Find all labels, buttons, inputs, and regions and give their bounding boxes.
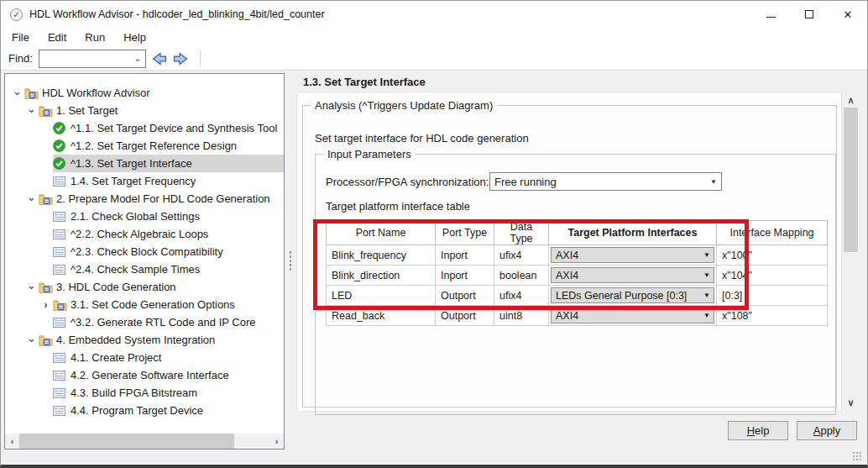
menu-help[interactable]: Help [114,29,155,46]
task-icon [53,318,69,328]
tree-item-set-code-generation-options[interactable]: › 3.1. Set Code Generation Options [5,296,284,313]
find-input[interactable] [39,51,130,66]
tree-item-prepare-model[interactable]: ⌄ 2. Prepare Model For HDL Code Generati… [5,190,284,208]
chevron-right-icon[interactable]: › [39,299,53,311]
interface-mapping-cell: x"100" [717,250,827,261]
chevron-down-icon[interactable]: ⌄ [24,103,39,115]
processor-fpga-sync-dropdown[interactable]: Free running ▼ [489,172,722,191]
find-combobox[interactable]: ⌄ [39,50,146,68]
tree-item-label: ^2.2. Check Algebraic Loops [69,228,212,240]
interface-dropdown[interactable]: AXI4▼ [551,247,714,263]
chevron-down-icon[interactable]: ⌄ [24,332,39,344]
scrollbar-track[interactable] [19,434,269,449]
folder-icon [39,193,55,205]
tree-item-hdl-workflow-advisor[interactable]: ⌄ HDL Workflow Advisor [5,84,284,102]
task-icon [53,353,69,363]
interface-dropdown[interactable]: AXI4▼ [551,308,714,323]
splitter-grip-icon [289,250,292,272]
task-icon [53,247,69,257]
tree-item-set-target-reference-design[interactable]: ^1.2. Set Target Reference Design [5,137,284,155]
app-icon: ✓ [10,8,23,21]
tree-item-embedded-system-integration[interactable]: ⌄ 4. Embedded System Integration [5,331,284,349]
tree-item-label: 2. Prepare Model For HDL Code Generation [55,192,274,205]
scrollbar-track[interactable] [844,108,858,396]
scroll-left-icon[interactable]: ‹ [5,434,19,449]
help-button[interactable]: Help [728,421,788,440]
chevron-down-icon[interactable]: ▼ [706,178,721,186]
chevron-down-icon[interactable]: ▼ [700,251,714,259]
dropdown-value: LEDs General Purpose [0:3] [552,290,700,302]
passed-check-icon [53,139,69,152]
minimize-button[interactable] [751,1,790,28]
tree-item-set-target-frequency[interactable]: 1.4. Set Target Frequency [5,172,284,190]
tree-item-generate-rtl-code[interactable]: ^3.2. Generate RTL Code and IP Core [5,313,284,331]
tree-item-check-global-settings[interactable]: 2.1. Check Global Settings [5,208,284,225]
port-type-cell: Outport [436,310,494,322]
content-vertical-scrollbar[interactable]: ∧ ∨ [844,93,858,410]
panel-splitter[interactable] [285,73,296,450]
back-arrow-icon [150,52,167,66]
data-type-cell: ufix4 [494,250,548,261]
workflow-tree-panel: ⌄ HDL Workflow Advisor ⌄ 1. Set Target [4,73,285,450]
tree-item-label: 4.3. Build FPGA Bitstream [69,386,201,399]
chevron-down-icon[interactable]: ▼ [700,271,714,279]
data-type-cell: ufix4 [494,290,548,302]
resize-grip[interactable] [852,451,862,461]
menu-run[interactable]: Run [76,29,114,46]
combo-dropdown-icon[interactable]: ⌄ [130,53,145,64]
apply-button[interactable]: Apply [797,421,857,440]
table-row: Blink_frequency Inport ufix4 AXI4▼ x"100… [327,245,828,266]
tree-horizontal-scrollbar[interactable]: ‹ › [5,434,284,449]
task-icon [53,265,69,275]
port-type-cell: Inport [436,270,494,281]
scrollbar-thumb[interactable] [19,434,234,449]
tree-item-check-algebraic-loops[interactable]: ^2.2. Check Algebraic Loops [5,225,284,243]
chevron-down-icon[interactable]: ⌄ [24,279,39,292]
col-data-type: Data Type [494,221,549,245]
tree-item-set-target[interactable]: ⌄ 1. Set Target [5,102,284,119]
menu-edit[interactable]: Edit [39,29,76,46]
find-next-button[interactable] [171,50,191,68]
tree-item-set-target-interface[interactable]: ^1.3. Set Target Interface [5,155,284,172]
interface-dropdown[interactable]: LEDs General Purpose [0:3]▼ [551,287,714,303]
scroll-down-icon[interactable]: ∨ [844,396,858,410]
task-description: Set target interface for HDL code genera… [315,132,529,145]
title-bar: ✓ HDL Workflow Advisor - hdlcoder_led_bl… [1,1,867,28]
help-button-label: Help [747,424,770,437]
folder-icon [24,87,40,99]
chevron-down-icon[interactable]: ▼ [700,312,714,319]
close-button[interactable]: ✕ [829,1,867,28]
tree-item-generate-software-interface[interactable]: 4.2. Generate Software Interface [5,366,284,384]
port-type-cell: Outport [436,290,494,302]
task-icon [53,388,69,398]
chevron-down-icon[interactable]: ⌄ [10,85,24,97]
port-name-cell: LED [327,290,435,302]
tree-item-set-target-device[interactable]: ^1.1. Set Target Device and Synthesis To… [5,119,284,137]
tree-item-check-sample-times[interactable]: ^2.4. Check Sample Times [5,260,284,278]
tree-item-check-block-compatibility[interactable]: ^2.3. Check Block Compatibility [5,243,284,260]
tree-item-label: ^1.3. Set Target Interface [69,157,196,170]
find-previous-button[interactable] [149,50,169,68]
tree-item-create-project[interactable]: 4.1. Create Project [5,349,284,366]
chevron-down-icon[interactable]: ▼ [700,292,714,299]
tree-item-hdl-code-generation[interactable]: ⌄ 3. HDL Code Generation [5,278,284,296]
interface-dropdown[interactable]: AXI4▼ [551,267,714,283]
chevron-down-icon[interactable]: ⌄ [24,191,39,203]
scroll-right-icon[interactable]: › [269,434,284,449]
task-icon [53,176,69,187]
folder-icon [53,299,69,311]
scrollbar-thumb[interactable] [844,108,858,252]
task-icon [53,229,69,239]
menu-file[interactable]: File [3,29,39,46]
tree-item-program-target-device[interactable]: 4.4. Program Target Device [5,402,284,419]
port-name-cell: Read_back [327,310,435,322]
tree-item-build-fpga-bitstream[interactable]: 4.3. Build FPGA Bitstream [5,384,284,402]
scroll-up-icon[interactable]: ∧ [844,93,858,108]
port-name-cell: Blink_frequency [327,250,435,261]
task-content-area: Analysis (^Triggers Update Diagram) Set … [296,92,842,412]
tree-item-label: 1. Set Target [55,104,121,117]
maximize-button[interactable] [790,1,829,28]
tree-item-label: 4. Embedded System Integration [55,334,218,346]
port-name-cell: Blink_direction [327,270,435,281]
table-row: Read_back Outport uint8 AXI4▼ x"108" [327,306,828,326]
